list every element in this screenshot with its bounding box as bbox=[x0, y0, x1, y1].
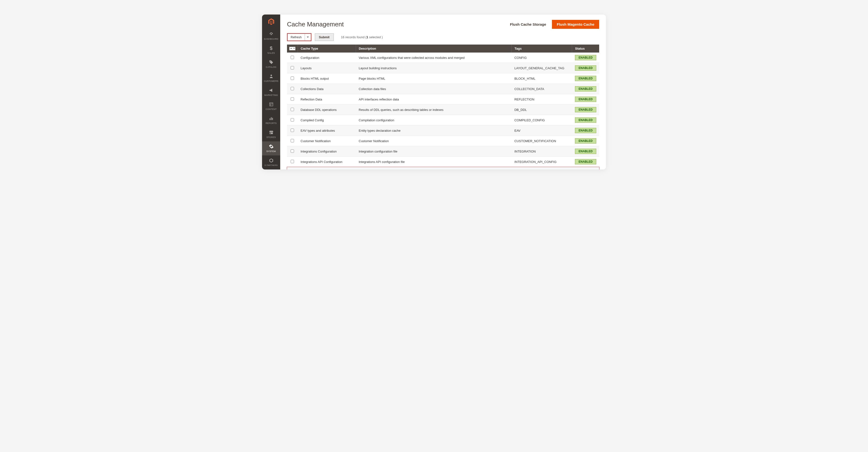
sidebar-item-catalog[interactable]: CATALOG bbox=[262, 57, 280, 71]
column-header-cache-type[interactable]: Cache Type bbox=[298, 44, 356, 53]
partners-icon bbox=[269, 158, 274, 163]
sidebar-item-partners[interactable]: D PARTNERS bbox=[262, 155, 280, 169]
cell-tags: BLOCK_HTML bbox=[512, 73, 572, 84]
table-row[interactable]: Collections DataCollection data filesCOL… bbox=[287, 84, 599, 94]
cell-cache-type: Configuration bbox=[298, 53, 356, 63]
cell-description: Entity types declaration cache bbox=[356, 125, 512, 136]
page-title: Cache Management bbox=[287, 21, 344, 28]
cell-cache-type: EAV types and attributes bbox=[298, 125, 356, 136]
cell-tags: CONFIG bbox=[512, 53, 572, 63]
sidebar-item-label: DASHBOARD bbox=[264, 38, 279, 40]
cell-tags: COMPILED_CONFIG bbox=[512, 115, 572, 125]
status-badge: ENABLED bbox=[575, 107, 596, 112]
select-all-toggle[interactable] bbox=[289, 47, 296, 51]
sidebar-item-system[interactable]: SYSTEM bbox=[262, 141, 280, 155]
table-row[interactable]: Page CacheFull page cachingFPCENABLED bbox=[287, 167, 599, 170]
cell-cache-type: Collections Data bbox=[298, 84, 356, 94]
column-header-status[interactable]: Status bbox=[572, 44, 599, 53]
flush-magento-cache-button[interactable]: Flush Magento Cache bbox=[552, 20, 599, 29]
cell-tags: REFLECTION bbox=[512, 94, 572, 105]
cell-description: Page blocks HTML bbox=[356, 73, 512, 84]
records-found-text: 16 records found (1 selected ) bbox=[341, 35, 383, 39]
cell-tags: CUSTOMER_NOTIFICATION bbox=[512, 136, 572, 146]
cell-description: Full page caching bbox=[356, 167, 512, 170]
row-checkbox[interactable] bbox=[290, 160, 294, 163]
content-area: Cache Management Flush Cache Storage Flu… bbox=[280, 14, 606, 169]
table-row[interactable]: Reflection DataAPI interfaces reflection… bbox=[287, 94, 599, 105]
sidebar-item-customers[interactable]: CUSTOMERS bbox=[262, 71, 280, 85]
cell-cache-type: Blocks HTML output bbox=[298, 73, 356, 84]
cell-description: Various XML configurations that were col… bbox=[356, 53, 512, 63]
row-checkbox[interactable] bbox=[290, 108, 294, 111]
cell-description: Integration configuration file bbox=[356, 146, 512, 157]
cell-tags: LAYOUT_GENERAL_CACHE_TAG bbox=[512, 63, 572, 73]
svg-point-0 bbox=[271, 74, 272, 76]
sidebar-item-label: REPORTS bbox=[266, 122, 277, 124]
table-row[interactable]: Integrations ConfigurationIntegration co… bbox=[287, 146, 599, 157]
indeterminate-checkbox-icon bbox=[290, 47, 292, 50]
table-row[interactable]: Customer NotificationCustomer Notificati… bbox=[287, 136, 599, 146]
grid-toolbar: Refresh Submit 16 records found (1 selec… bbox=[280, 33, 606, 44]
svg-rect-1 bbox=[270, 103, 273, 106]
row-checkbox[interactable] bbox=[290, 118, 294, 122]
mass-action-dropdown-toggle[interactable] bbox=[305, 34, 311, 41]
sidebar-item-dashboard[interactable]: DASHBOARD bbox=[262, 29, 280, 43]
sidebar-item-sales[interactable]: $SALES bbox=[262, 43, 280, 57]
cell-cache-type: Database DDL operations bbox=[298, 105, 356, 115]
row-checkbox[interactable] bbox=[290, 129, 294, 132]
row-checkbox[interactable] bbox=[290, 66, 294, 69]
page-header: Cache Management Flush Cache Storage Flu… bbox=[280, 14, 606, 33]
svg-rect-5 bbox=[271, 118, 272, 120]
cell-tags: DB_DDL bbox=[512, 105, 572, 115]
row-checkbox[interactable] bbox=[290, 87, 294, 90]
catalog-icon bbox=[269, 60, 274, 65]
sidebar-item-marketing[interactable]: MARKETING bbox=[262, 85, 280, 99]
system-icon bbox=[269, 144, 274, 149]
status-badge: ENABLED bbox=[575, 97, 596, 102]
status-badge: ENABLED bbox=[575, 55, 596, 60]
cell-cache-type: Reflection Data bbox=[298, 94, 356, 105]
cell-tags: COLLECTION_DATA bbox=[512, 84, 572, 94]
cell-description: Results of DDL queries, such as describi… bbox=[356, 105, 512, 115]
row-checkbox[interactable] bbox=[290, 56, 294, 59]
sidebar-item-label: SALES bbox=[268, 52, 275, 54]
sidebar-item-content[interactable]: CONTENT bbox=[262, 99, 280, 113]
mass-action-select[interactable]: Refresh bbox=[287, 34, 305, 41]
reports-icon bbox=[269, 116, 273, 121]
table-row[interactable]: Database DDL operationsResults of DDL qu… bbox=[287, 105, 599, 115]
content-icon bbox=[269, 102, 273, 107]
svg-rect-4 bbox=[270, 118, 270, 120]
status-badge: ENABLED bbox=[575, 86, 596, 92]
magento-logo[interactable] bbox=[262, 14, 280, 29]
column-header-description[interactable]: Description bbox=[356, 44, 512, 53]
cell-cache-type: Compiled Config bbox=[298, 115, 356, 125]
app-window: DASHBOARD$SALESCATALOGCUSTOMERSMARKETING… bbox=[262, 14, 606, 169]
table-row[interactable]: Compiled ConfigCompilation configuration… bbox=[287, 115, 599, 125]
row-checkbox[interactable] bbox=[290, 76, 294, 80]
cell-tags: EAV bbox=[512, 125, 572, 136]
table-row[interactable]: Blocks HTML outputPage blocks HTMLBLOCK_… bbox=[287, 73, 599, 84]
sidebar-item-stores[interactable]: STORES bbox=[262, 127, 280, 141]
cell-cache-type: Integrations API Configuration bbox=[298, 157, 356, 167]
row-checkbox[interactable] bbox=[290, 97, 294, 101]
column-header-tags[interactable]: Tags bbox=[512, 44, 572, 53]
cell-description: Compilation configuration bbox=[356, 115, 512, 125]
row-checkbox[interactable] bbox=[290, 139, 294, 142]
table-row[interactable]: Integrations API ConfigurationIntegratio… bbox=[287, 157, 599, 167]
customers-icon bbox=[269, 74, 273, 79]
cell-description: Layout building instructions bbox=[356, 63, 512, 73]
table-row[interactable]: ConfigurationVarious XML configurations … bbox=[287, 53, 599, 63]
marketing-icon bbox=[269, 88, 274, 93]
table-row[interactable]: LayoutsLayout building instructionsLAYOU… bbox=[287, 63, 599, 73]
flush-cache-storage-button[interactable]: Flush Cache Storage bbox=[506, 20, 551, 29]
submit-button[interactable]: Submit bbox=[315, 33, 334, 41]
cache-grid: Cache Type Description Tags Status Confi… bbox=[287, 44, 599, 169]
cell-cache-type: Customer Notification bbox=[298, 136, 356, 146]
table-row[interactable]: EAV types and attributesEntity types dec… bbox=[287, 125, 599, 136]
sidebar-item-reports[interactable]: REPORTS bbox=[262, 113, 280, 127]
status-badge: ENABLED bbox=[575, 118, 596, 123]
sidebar-item-label: STORES bbox=[267, 136, 276, 138]
row-checkbox[interactable] bbox=[290, 149, 294, 153]
status-badge: ENABLED bbox=[575, 76, 596, 81]
cell-description: Customer Notification bbox=[356, 136, 512, 146]
